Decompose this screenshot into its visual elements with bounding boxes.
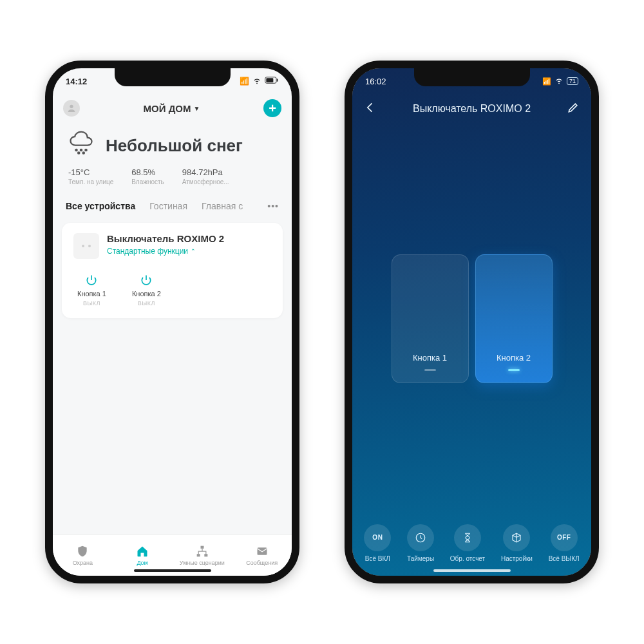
svg-point-3 — [70, 105, 73, 108]
action-timers[interactable]: Таймеры — [407, 524, 434, 562]
power-icon — [139, 273, 153, 287]
cube-icon — [503, 524, 530, 551]
phone-device-detail: 16:02 📶 71 Выключатель ROXIMO 2 Кнопка 1… — [345, 61, 599, 583]
on-icon: ON — [364, 524, 391, 551]
home-selector[interactable]: МОЙ ДОМ ▼ — [144, 103, 200, 114]
action-all-on[interactable]: ON Всё ВКЛ — [364, 524, 391, 562]
device-button-2[interactable]: Кнопка 2 ВЫКЛ — [132, 273, 161, 307]
svg-point-4 — [75, 149, 77, 151]
status-time: 14:12 — [66, 77, 87, 86]
status-time: 16:02 — [365, 77, 386, 86]
svg-rect-2 — [266, 78, 273, 82]
sitemap-icon — [196, 545, 209, 558]
phone-home: 14:12 📶 МОЙ ДОМ ▼ + — [45, 61, 299, 583]
status-icons: 📶 71 — [542, 76, 578, 86]
svg-point-8 — [83, 152, 84, 153]
chevron-up-icon: ⌃ — [191, 248, 196, 254]
device-icon — [73, 233, 99, 259]
svg-point-7 — [78, 152, 79, 153]
device-card-header: Выключатель ROXIMO 2 Стандартные функции… — [73, 233, 271, 259]
device-list: Выключатель ROXIMO 2 Стандартные функции… — [53, 215, 292, 535]
nav-security[interactable]: Охрана — [53, 535, 113, 576]
stat-temp: -15°CТемп. на улице — [68, 167, 113, 185]
status-icons: 📶 — [240, 76, 279, 87]
switch-2[interactable]: Кнопка 2 — [475, 254, 553, 383]
battery-indicator: 71 — [567, 77, 578, 85]
home-indicator[interactable] — [433, 569, 511, 572]
tab-living-room[interactable]: Гостиная — [149, 201, 187, 211]
svg-rect-9 — [200, 546, 204, 549]
svg-rect-1 — [277, 79, 278, 82]
svg-rect-11 — [204, 554, 207, 556]
action-countdown[interactable]: Обр. отсчет — [450, 524, 485, 562]
device-buttons: Кнопка 1 ВЫКЛ Кнопка 2 ВЫКЛ — [73, 273, 271, 307]
stat-pressure: 984.72hPaАтмосферное... — [182, 167, 229, 185]
action-settings[interactable]: Настройки — [501, 524, 533, 562]
off-icon: OFF — [551, 524, 578, 551]
wifi-icon — [554, 76, 564, 86]
notch — [414, 68, 530, 86]
detail-title: Выключатель ROXIMO 2 — [413, 103, 531, 115]
switch-1[interactable]: Кнопка 1 — [392, 254, 469, 383]
top-bar: МОЙ ДОМ ▼ + — [53, 94, 292, 122]
stat-humidity: 68.5%Влажность — [131, 167, 164, 185]
device-control-screen: 16:02 📶 71 Выключатель ROXIMO 2 Кнопка 1… — [352, 68, 591, 576]
home-indicator[interactable] — [134, 569, 211, 572]
svg-rect-10 — [197, 554, 200, 556]
mail-icon — [256, 545, 269, 558]
svg-point-5 — [80, 149, 82, 151]
weather-block[interactable]: Небольшой снег — [53, 122, 292, 165]
home-icon — [136, 545, 149, 558]
room-tabs: Все устройства Гостиная Главная с ••• — [53, 194, 292, 215]
svg-rect-12 — [257, 547, 267, 555]
home-selector-label: МОЙ ДОМ — [144, 103, 191, 114]
tab-main[interactable]: Главная с — [202, 201, 243, 211]
switch-indicator — [508, 369, 520, 371]
profile-button[interactable] — [63, 100, 80, 117]
action-all-off[interactable]: OFF Всё ВЫКЛ — [549, 524, 580, 562]
signal-icon: 📶 — [240, 77, 249, 86]
nav-messages[interactable]: Сообщения — [232, 535, 292, 576]
switch-panel: Кнопка 1 Кнопка 2 — [352, 124, 591, 514]
chevron-down-icon: ▼ — [194, 105, 200, 112]
back-button[interactable] — [364, 101, 377, 117]
wifi-icon — [252, 76, 261, 87]
device-button-1[interactable]: Кнопка 1 ВЫКЛ — [77, 273, 106, 307]
cloud-snow-icon — [66, 129, 97, 162]
detail-header: Выключатель ROXIMO 2 — [352, 94, 591, 124]
weather-stats: -15°CТемп. на улице 68.5%Влажность 984.7… — [53, 165, 292, 194]
weather-title: Небольшой снег — [106, 136, 243, 156]
clock-icon — [407, 524, 434, 551]
home-screen: 14:12 📶 МОЙ ДОМ ▼ + — [53, 68, 292, 576]
svg-point-6 — [85, 149, 86, 151]
add-button[interactable]: + — [263, 99, 281, 117]
switch-indicator — [424, 369, 436, 371]
shield-icon — [76, 545, 89, 558]
action-bar: ON Всё ВКЛ Таймеры Обр. отсчет Настройки… — [352, 514, 591, 576]
edit-button[interactable] — [567, 101, 580, 117]
battery-icon — [265, 77, 279, 86]
hourglass-icon — [454, 524, 481, 551]
tab-all-devices[interactable]: Все устройства — [66, 201, 135, 211]
signal-icon: 📶 — [542, 77, 551, 86]
power-icon — [84, 273, 99, 287]
device-title: Выключатель ROXIMO 2 — [107, 233, 224, 244]
device-card[interactable]: Выключатель ROXIMO 2 Стандартные функции… — [62, 223, 283, 318]
device-expand[interactable]: Стандартные функции ⌃ — [107, 247, 196, 256]
notch — [115, 68, 231, 86]
tabs-more[interactable]: ••• — [267, 201, 279, 211]
